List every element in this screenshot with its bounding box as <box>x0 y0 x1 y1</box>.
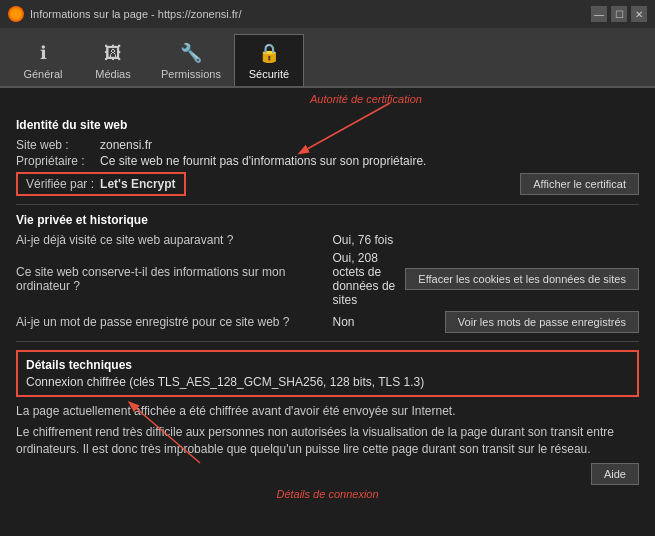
cookies-answer: Oui, 208 octets de données de sites <box>333 251 398 307</box>
proprietaire-row: Propriétaire : Ce site web ne fournit pa… <box>16 154 639 168</box>
close-button[interactable]: ✕ <box>631 6 647 22</box>
title-bar-controls[interactable]: — ☐ ✕ <box>591 6 647 22</box>
mdp-answer: Non <box>333 315 437 329</box>
divider-2 <box>16 341 639 342</box>
details-title: Détails techniques <box>26 358 629 372</box>
tab-medias-label: Médias <box>95 68 130 80</box>
title-bar: Informations sur la page - https://zonen… <box>0 0 655 28</box>
proprietaire-label: Propriétaire : <box>16 154 96 168</box>
verified-box: Vérifiée par : Let's Encrypt <box>16 172 186 196</box>
afficher-certificat-button[interactable]: Afficher le certificat <box>520 173 639 195</box>
site-web-row: Site web : zonensi.fr <box>16 138 639 152</box>
vie-privee-title: Vie privée et historique <box>16 213 639 227</box>
mdp-row: Ai-je un mot de passe enregistré pour ce… <box>16 311 639 333</box>
site-web-label: Site web : <box>16 138 96 152</box>
main-content: Autorité de certification Identité du si… <box>0 88 655 513</box>
general-icon: ℹ <box>31 41 55 65</box>
tab-permissions-label: Permissions <box>161 68 221 80</box>
details-desc1: La page actuellement affichée a été chif… <box>16 403 639 420</box>
site-web-value: zonensi.fr <box>100 138 152 152</box>
visite-question: Ai-je déjà visité ce site web auparavant… <box>16 233 333 247</box>
visite-answer: Oui, 76 fois <box>333 233 640 247</box>
divider-1 <box>16 204 639 205</box>
details-section: Détails techniques Connexion chiffrée (c… <box>16 350 639 485</box>
identite-section: Identité du site web Site web : zonensi.… <box>16 118 639 196</box>
aide-button[interactable]: Aide <box>591 463 639 485</box>
title-bar-title: Informations sur la page - https://zonen… <box>30 8 242 20</box>
maximize-button[interactable]: ☐ <box>611 6 627 22</box>
verifiee-label: Vérifiée par : <box>26 177 94 191</box>
voir-mdp-button[interactable]: Voir les mots de passe enregistrés <box>445 311 639 333</box>
tab-general[interactable]: ℹ Général <box>8 34 78 86</box>
verifiee-value: Let's Encrypt <box>100 177 176 191</box>
medias-icon: 🖼 <box>101 41 125 65</box>
visite-row: Ai-je déjà visité ce site web auparavant… <box>16 233 639 247</box>
tech-box: Détails techniques Connexion chiffrée (c… <box>16 350 639 397</box>
minimize-button[interactable]: — <box>591 6 607 22</box>
details-connexion-annotation: Détails de connexion <box>276 488 378 500</box>
details-desc2: Le chiffrement rend très difficile aux p… <box>16 424 639 458</box>
tab-securite-label: Sécurité <box>249 68 289 80</box>
proprietaire-value: Ce site web ne fournit pas d'information… <box>100 154 426 168</box>
connexion-value: Connexion chiffrée (clés TLS_AES_128_GCM… <box>26 375 629 389</box>
tab-general-label: Général <box>23 68 62 80</box>
verifiee-row: Vérifiée par : Let's Encrypt Afficher le… <box>16 172 639 196</box>
securite-icon: 🔒 <box>257 41 281 65</box>
identite-title: Identité du site web <box>16 118 639 132</box>
firefox-icon <box>8 6 24 22</box>
mdp-question: Ai-je un mot de passe enregistré pour ce… <box>16 315 333 329</box>
tab-bar: ℹ Général 🖼 Médias 🔧 Permissions 🔒 Sécur… <box>0 28 655 88</box>
vie-privee-section: Vie privée et historique Ai-je déjà visi… <box>16 213 639 333</box>
cookies-row: Ce site web conserve-t-il des informatio… <box>16 251 639 307</box>
autorité-annotation: Autorité de certification <box>310 92 422 106</box>
tab-permissions[interactable]: 🔧 Permissions <box>148 34 234 86</box>
tab-securite[interactable]: 🔒 Sécurité <box>234 34 304 86</box>
details-annotation-container: Détails de connexion <box>16 487 639 501</box>
effacer-cookies-button[interactable]: Effacer les cookies et les données de si… <box>405 268 639 290</box>
cookies-question: Ce site web conserve-t-il des informatio… <box>16 265 333 293</box>
tab-medias[interactable]: 🖼 Médias <box>78 34 148 86</box>
permissions-icon: 🔧 <box>179 41 203 65</box>
aide-row: Aide <box>16 463 639 485</box>
